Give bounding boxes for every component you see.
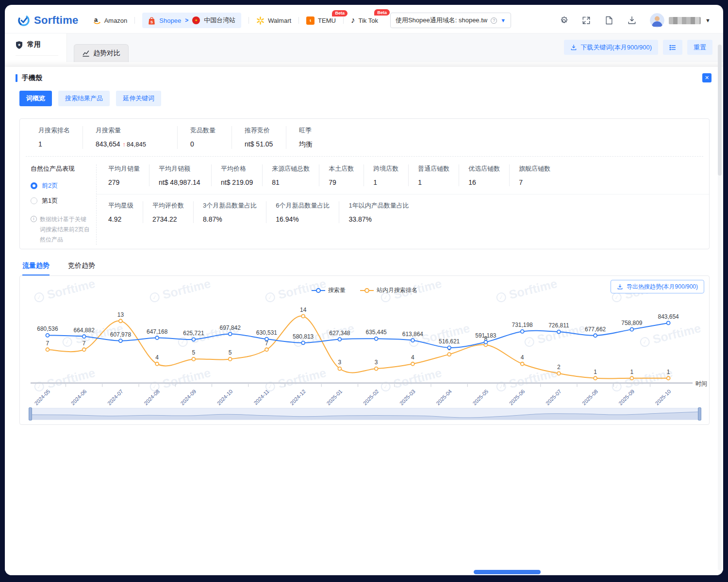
svg-text:2025-05: 2025-05 (471, 388, 489, 406)
download-keywords-button[interactable]: 下载关键词(本月900/900) (564, 40, 658, 55)
export-trend-button[interactable]: 导出热搜趋势(本月900/900) (611, 280, 704, 293)
account-menu[interactable]: ▼ (650, 13, 711, 28)
stat-label: 6个月新品数量占比 (276, 201, 330, 210)
svg-text:625,721: 625,721 (183, 330, 204, 337)
top-bar: Sorftime a Amazon S Shopee > ★ (5, 5, 723, 33)
export-trend-label: 导出热搜趋势(本月900/900) (627, 283, 698, 291)
stat-value-text: 1 (38, 140, 42, 148)
svg-text:2024-11: 2024-11 (252, 388, 270, 406)
stat-value-text: 1 (418, 178, 422, 186)
nav-tiktok[interactable]: ♪ Tik Tok Beta (351, 16, 378, 25)
stat-value: 16.94% ↑ (276, 215, 330, 223)
stat-label: 平均月销量 (108, 164, 140, 173)
tab-trend-compare[interactable]: 趋势对比 (74, 44, 129, 62)
trend-tab[interactable]: 竞价趋势 (68, 261, 95, 275)
nav-divider (343, 17, 344, 24)
organic-filter-panel: 自然位产品表现 前2页 第1页 i 数据统计基于关键词搜索结果前2页自然位产品 (20, 164, 97, 245)
svg-text:2025-06: 2025-06 (508, 388, 526, 406)
organic-option[interactable]: 第1页 (31, 196, 96, 205)
stat-item: 旗舰店铺数 7 ↑ (509, 164, 560, 186)
modal-tab[interactable]: 延伸关键词 (116, 91, 161, 106)
fullscreen-icon[interactable] (581, 16, 591, 25)
sidebar-item-favorites[interactable]: ★ 常用 (16, 40, 58, 56)
svg-text:2025-07: 2025-07 (545, 388, 563, 406)
settings-gear-icon[interactable] (559, 16, 568, 25)
modal-tab[interactable]: 搜索结果产品 (58, 91, 110, 106)
reset-button[interactable]: 重置 (687, 40, 712, 55)
avatar[interactable] (650, 13, 664, 28)
svg-text:a: a (94, 16, 98, 23)
beta-badge: Beta (332, 10, 347, 16)
svg-text:726,811: 726,811 (548, 322, 569, 329)
chart-legend: 搜索量站内月搜索排名 (20, 286, 709, 294)
svg-text:680,536: 680,536 (37, 325, 58, 332)
legend-item[interactable]: 搜索量 (312, 286, 346, 294)
svg-text:664,882: 664,882 (74, 327, 95, 334)
stat-value-text: 16 (468, 178, 476, 186)
svg-text:7: 7 (83, 340, 86, 347)
stat-value: 均衡 ↑ (299, 140, 328, 149)
amazon-logo-icon: a (93, 16, 101, 25)
vertical-scrollbar[interactable] (718, 44, 722, 570)
svg-text:1: 1 (630, 369, 634, 375)
stat-value-text: 2734.22 (152, 215, 177, 223)
legend-label: 搜索量 (328, 286, 346, 294)
organic-section: 自然位产品表现 前2页 第1页 i 数据统计基于关键词搜索结果前2页自然位产品 … (20, 157, 709, 245)
stat-item: 跨境店数 1 ↑ (364, 164, 408, 186)
horizontal-scrollbar-thumb[interactable] (474, 570, 541, 574)
svg-text:630,531: 630,531 (256, 329, 278, 336)
stat-item: 竞品数量 0 ↑ (177, 126, 232, 149)
svg-text:2: 2 (557, 364, 561, 371)
brush-handle-right[interactable] (698, 407, 701, 420)
keyword-list-button[interactable] (663, 40, 682, 55)
modal-tab[interactable]: 词概览 (19, 91, 52, 106)
nav-walmart[interactable]: Walmart (256, 16, 291, 25)
stat-value: 79 ↑ (329, 178, 354, 186)
datazoom-brush[interactable] (30, 408, 700, 420)
stat-value: 2734.22 ↑ (152, 215, 184, 223)
stat-label: 月搜索量 (96, 126, 165, 135)
legend-label: 站内月搜索排名 (377, 286, 417, 294)
stat-label: 优选店铺数 (468, 164, 500, 173)
legend-marker-icon (312, 288, 325, 293)
vertical-scrollbar-thumb[interactable] (718, 45, 722, 176)
stat-item: 旺季 均衡 ↑ (286, 126, 340, 149)
svg-text:613,864: 613,864 (402, 331, 424, 338)
modal-tab-label: 延伸关键词 (123, 95, 154, 102)
stat-value-text: 0 (190, 140, 194, 148)
stat-value-text: 33.87% (348, 215, 371, 223)
nav-shopee-group[interactable]: S Shopee > ★ 中国台湾站 (142, 13, 241, 28)
help-icon[interactable]: ? (491, 17, 497, 24)
organic-option[interactable]: 前2页 (31, 181, 96, 190)
trend-chart-card: ✓Sorftime✓Sorftime✓Sorftime✓Sorftime✓Sor… (19, 275, 710, 425)
arrow-up-icon: ↑ (123, 141, 126, 148)
stat-value-text: nt$ 51.05 (245, 140, 273, 148)
reset-label: 重置 (694, 43, 706, 52)
legend-marker-icon (360, 288, 374, 293)
stat-label: 月搜索排名 (38, 126, 70, 135)
brush-handle-left[interactable] (29, 407, 32, 420)
stat-delta-text: 84,845 (127, 141, 146, 148)
svg-text:2025-03: 2025-03 (398, 388, 416, 406)
svg-text:2025-09: 2025-09 (617, 388, 635, 406)
brand-logo-icon (17, 14, 30, 27)
legend-item[interactable]: 站内月搜索排名 (360, 286, 417, 294)
overview-stats-row: 月搜索排名 1 ↑ 月搜索量 843,654 ↑ 84,845 竞品数量 0 ↑ (20, 126, 709, 156)
svg-text:635,445: 635,445 (366, 329, 387, 336)
quality-stats-row: 平均星级 4.92 ↑ 平均评价数 2734.22 ↑ 3个月新品数量占比 8.… (97, 194, 709, 223)
keyword-title: 手機殼 (22, 74, 42, 82)
close-icon[interactable]: ✕ (702, 73, 711, 82)
svg-text:14: 14 (300, 307, 307, 313)
trend-tab[interactable]: 流量趋势 (22, 261, 50, 275)
shopee-bag-icon: S (148, 16, 155, 25)
svg-text:591,183: 591,183 (475, 332, 496, 339)
nav-amazon[interactable]: a Amazon (93, 16, 128, 25)
title-accent-bar (16, 74, 17, 82)
download-keywords-label: 下载关键词(本月900/900) (580, 43, 652, 52)
nav-temu[interactable]: t TEMU Beta (306, 16, 336, 25)
download-icon[interactable] (627, 16, 637, 25)
sub-bar: ★ 常用 趋势对比 (5, 33, 723, 62)
file-icon[interactable] (604, 16, 614, 25)
domain-selector[interactable]: 使用Shopee通用域名: shopee.tw ? ▼ (390, 13, 511, 28)
svg-text:2025-04: 2025-04 (435, 388, 453, 406)
